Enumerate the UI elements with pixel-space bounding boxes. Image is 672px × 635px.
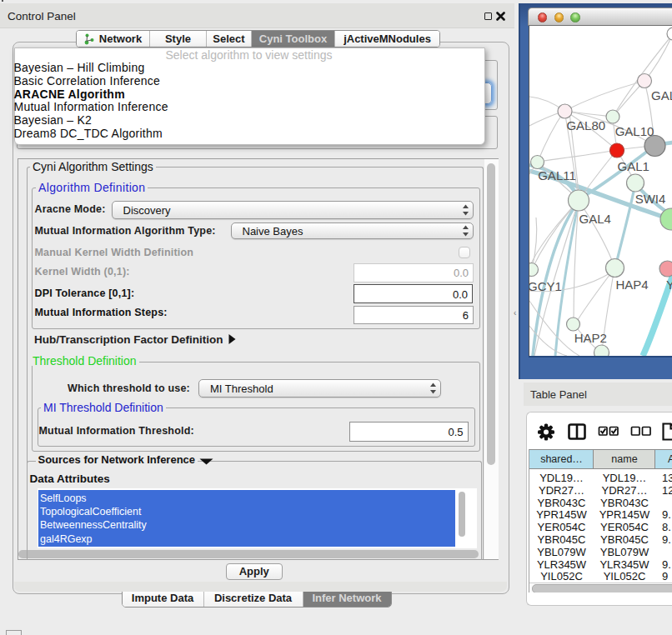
svg-text:GAL7: GAL7 (651, 88, 672, 102)
svg-text:HAP4: HAP4 (615, 278, 648, 292)
svg-text:SWI4: SWI4 (635, 192, 666, 206)
svg-text:HAP2: HAP2 (574, 331, 607, 345)
svg-text:GAL10: GAL10 (615, 124, 654, 138)
svg-text:GAL11: GAL11 (538, 168, 576, 182)
svg-text:GAL1: GAL1 (618, 159, 649, 173)
svg-text:YM: YM (666, 278, 672, 292)
svg-text:GCY1: GCY1 (529, 279, 562, 293)
svg-text:GAL4: GAL4 (579, 212, 611, 226)
svg-text:GAL80: GAL80 (566, 118, 605, 132)
